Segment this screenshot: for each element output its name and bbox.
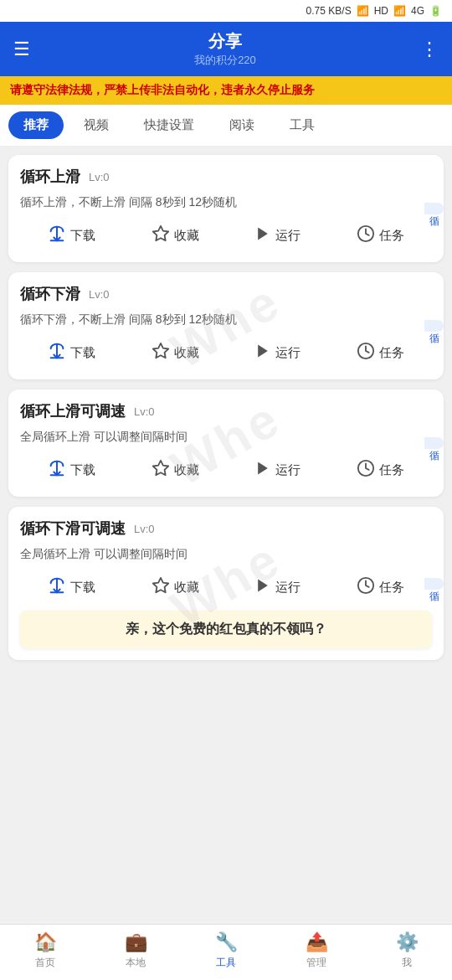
more-icon[interactable]: ⋮: [420, 39, 439, 60]
card-2-header: 循环下滑 Lv:0: [20, 284, 432, 304]
card-4-title: 循环下滑可调速: [20, 518, 126, 539]
card-3-download-btn[interactable]: 下载: [41, 456, 102, 485]
card-2: Whe 循 循环下滑 Lv:0 循环下滑，不断上滑 间隔 8秒到 12秒随机 下…: [8, 272, 444, 379]
card-1-side-label: 循: [424, 203, 444, 214]
card-4-run-btn[interactable]: 运行: [248, 573, 307, 602]
run-icon-4: [254, 576, 271, 599]
promo-banner[interactable]: 亲，这个免费的红包真的不领吗？: [20, 611, 432, 648]
nav-local-label: 本地: [126, 956, 146, 970]
card-1-favorite-btn[interactable]: 收藏: [145, 221, 206, 250]
svg-marker-14: [258, 580, 268, 592]
card-2-favorite-btn[interactable]: 收藏: [145, 338, 206, 368]
task-icon-3: [357, 459, 375, 482]
bottom-nav: 🏠 首页 💼 本地 🔧 工具 📤 管理 ⚙️ 我: [0, 924, 452, 980]
nav-home[interactable]: 🏠 首页: [24, 931, 66, 970]
download-icon-2: [48, 342, 66, 364]
card-1-header: 循环上滑 Lv:0: [20, 167, 432, 187]
card-3-header: 循环上滑可调速 Lv:0: [20, 401, 432, 421]
header: ☰ 分享 我的积分220 ⋮: [0, 22, 452, 76]
card-list: 循 循环上滑 Lv:0 循环上滑，不断上滑 间隔 8秒到 12秒随机 下载 收藏: [0, 147, 452, 727]
card-4-task-btn[interactable]: 任务: [350, 573, 411, 602]
download-icon-3: [48, 459, 66, 482]
card-1-actions: 下载 收藏 运行 任务: [20, 221, 432, 250]
card-3: Whe 循 循环上滑可调速 Lv:0 全局循环上滑 可以调整间隔时间 下载 收藏: [8, 389, 444, 497]
card-3-actions: 下载 收藏 运行 任务: [20, 456, 432, 485]
tab-tools[interactable]: 工具: [275, 111, 330, 139]
tab-quickset[interactable]: 快捷设置: [129, 111, 209, 139]
svg-marker-1: [153, 226, 168, 240]
card-3-task-label: 任务: [379, 462, 404, 478]
status-battery: 🔋: [429, 5, 442, 17]
card-3-run-btn[interactable]: 运行: [248, 456, 307, 485]
svg-marker-10: [258, 462, 268, 475]
menu-icon[interactable]: ☰: [13, 39, 30, 60]
card-1-desc: 循环上滑，不断上滑 间隔 8秒到 12秒随机: [20, 193, 432, 211]
card-2-title: 循环下滑: [20, 284, 80, 304]
card-1-title: 循环上滑: [20, 167, 80, 187]
nav-tools[interactable]: 🔧 工具: [205, 931, 247, 970]
download-icon: [48, 224, 66, 247]
card-2-task-btn[interactable]: 任务: [350, 338, 411, 368]
card-3-level: Lv:0: [134, 405, 155, 418]
tab-video[interactable]: 视频: [69, 111, 124, 139]
card-3-favorite-btn[interactable]: 收藏: [145, 456, 206, 485]
card-2-task-label: 任务: [379, 345, 404, 361]
svg-marker-13: [153, 578, 168, 592]
card-2-level: Lv:0: [89, 288, 110, 301]
header-center: 分享 我的积分220: [194, 30, 256, 68]
card-4-favorite-btn[interactable]: 收藏: [145, 573, 206, 602]
tab-reading[interactable]: 阅读: [214, 111, 270, 139]
notice-bar: 请遵守法律法规，严禁上传非法自动化，违者永久停止服务: [0, 76, 452, 105]
card-2-desc: 循环下滑，不断上滑 间隔 8秒到 12秒随机: [20, 311, 432, 328]
card-2-run-btn[interactable]: 运行: [248, 338, 307, 368]
run-icon-3: [254, 459, 271, 482]
card-3-desc: 全局循环上滑 可以调整间隔时间: [20, 428, 432, 446]
promo-text: 亲，这个免费的红包真的不领吗？: [126, 622, 326, 636]
nav-manage-label: 管理: [306, 956, 326, 970]
card-2-run-label: 运行: [275, 345, 300, 361]
card-1-level: Lv:0: [89, 171, 110, 183]
status-signal: 📶: [393, 5, 406, 17]
status-wifi: 📶: [357, 5, 369, 17]
header-subtitle: 我的积分220: [194, 53, 256, 68]
card-4-level: Lv:0: [134, 523, 155, 535]
nav-manage[interactable]: 📤 管理: [295, 931, 337, 970]
card-1-download-btn[interactable]: 下载: [41, 221, 102, 250]
notice-text: 请遵守法律法规，严禁上传非法自动化，违者永久停止服务: [10, 83, 315, 96]
card-1: 循 循环上滑 Lv:0 循环上滑，不断上滑 间隔 8秒到 12秒随机 下载 收藏: [8, 155, 444, 262]
favorite-icon: [152, 224, 170, 247]
card-3-task-btn[interactable]: 任务: [350, 456, 411, 485]
card-1-task-label: 任务: [379, 228, 404, 244]
home-icon: 🏠: [34, 931, 57, 953]
card-4-desc: 全局循环上滑 可以调整间隔时间: [20, 545, 432, 563]
status-hd: HD: [374, 5, 388, 17]
card-2-download-btn[interactable]: 下载: [41, 338, 102, 368]
nav-me-label: 我: [402, 956, 412, 970]
card-1-run-label: 运行: [275, 228, 300, 244]
card-4-run-label: 运行: [275, 580, 300, 596]
svg-marker-5: [153, 343, 168, 358]
nav-me[interactable]: ⚙️ 我: [386, 931, 428, 970]
status-bar: 0.75 KB/S 📶 HD 📶 4G 🔋: [0, 0, 452, 22]
me-icon: ⚙️: [396, 931, 419, 953]
card-3-favorite-label: 收藏: [174, 462, 199, 478]
card-1-task-btn[interactable]: 任务: [350, 221, 411, 250]
card-4-download-label: 下载: [70, 580, 95, 596]
tab-bar: 推荐 视频 快捷设置 阅读 工具: [0, 105, 452, 147]
favorite-icon-3: [152, 459, 170, 482]
card-1-run-btn[interactable]: 运行: [248, 221, 307, 250]
status-4g: 4G: [411, 5, 424, 17]
card-4-download-btn[interactable]: 下载: [41, 573, 102, 602]
card-4-side-label: 循: [424, 578, 444, 590]
card-3-download-label: 下载: [70, 462, 95, 478]
task-icon: [357, 224, 375, 247]
manage-icon: 📤: [306, 931, 328, 953]
favorite-icon-4: [152, 576, 170, 599]
card-4-header: 循环下滑可调速 Lv:0: [20, 518, 432, 539]
nav-local[interactable]: 💼 本地: [115, 931, 157, 970]
task-icon-4: [357, 576, 375, 599]
tools-icon: 🔧: [215, 931, 238, 953]
tab-recommend[interactable]: 推荐: [8, 111, 64, 139]
task-icon-2: [357, 342, 375, 364]
run-icon-2: [254, 342, 271, 364]
